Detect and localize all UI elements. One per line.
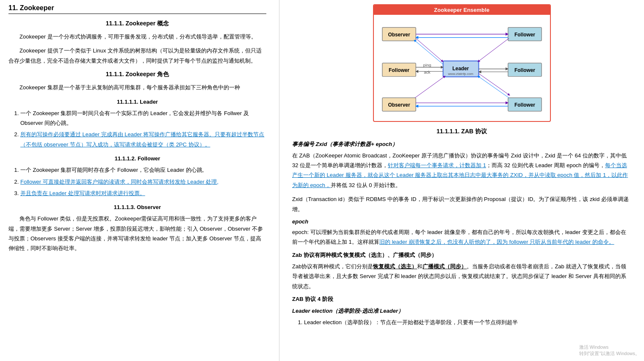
leader-election-list: Leader election（选举阶段）：节点在一开始都处于选举阶段，只要有一…	[304, 317, 631, 327]
svg-text:Follower: Follower	[389, 67, 409, 73]
svg-text:Observer: Observer	[388, 102, 410, 108]
zab-modes-para: Zab协议有两种模式，它们分别是恢复模式（选主）和广播模式（同步）。当服务启动或…	[292, 262, 631, 291]
svg-line-23	[416, 39, 443, 62]
diagram-title: Zookeeper Ensemble	[374, 5, 550, 15]
svg-text:Follower: Follower	[514, 67, 535, 73]
svg-text:Observer: Observer	[388, 32, 410, 38]
svg-text:Follower: Follower	[514, 102, 535, 108]
epoch-para: epoch: 可以理解为当前集群所处的年代或者周期，每个 leader 就像皇帝…	[292, 227, 631, 247]
zxid-heading: 事务编号 Zxid（事务请求计数器+ epoch）	[292, 141, 631, 148]
svg-line-24	[414, 40, 443, 64]
section1-title: 11.1.1. Zookeeper 概念	[8, 20, 266, 28]
section1-para2: Zookeeper 提供了一个类似于 Linux 文件系统的树形结构（可以为是轻…	[8, 46, 266, 66]
leader-list: 一个 Zookeeper 集群同一时间只会有一个实际工作的 Leader，它会发…	[20, 108, 266, 150]
subsection1-title: 11.1.1.1. Leader	[8, 99, 266, 105]
right-panel: Zookeeper Ensemble Observer Follower Fol…	[279, 0, 644, 361]
svg-line-28	[415, 76, 445, 98]
left-panel: 11. Zookeeper 11.1.1. Zookeeper 概念 Zooke…	[0, 0, 279, 361]
svg-text:www.ztatnfp.com: www.ztatnfp.com	[448, 72, 473, 76]
activate-windows: 激活 Windows转到"设置"以激活 Windows。	[579, 344, 640, 357]
zxid-para1: 在 ZAB（ZooKeeper Atomic Broadcast，ZooKeep…	[292, 151, 631, 190]
subsection2-title: 11.1.1.2. Follower	[8, 155, 266, 162]
svg-line-29	[478, 76, 509, 98]
section1-para1: Zookeeper 是一个分布式协调服务，可用于服务发现，分布式锁，分布式领导选…	[8, 32, 266, 41]
follower-list: 一个 Zookeeper 集群可能同时存在多个 Follower，它会响应 Le…	[20, 165, 266, 198]
leader-item-2: 所有的写操作必须要通过 Leader 完成再由 Leader 将写操作广播给其它…	[20, 130, 266, 149]
follower-item-2: Follower 可直接处理并返回客户端的读请求，同时会将写请求转发给 Lead…	[20, 177, 266, 187]
follower-item-3: 并且负责在 Leader 处理写请求时对请求进行投票。	[20, 188, 266, 198]
ensemble-diagram: Zookeeper Ensemble Observer Follower Fol…	[373, 4, 551, 122]
section2-title: 11.1.1. Zookeeper 角色	[8, 71, 266, 78]
follower-item-1: 一个 Zookeeper 集群可能同时存在多个 Follower，它会响应 Le…	[20, 165, 266, 175]
ensemble-svg: Observer Follower Follower Leader www.zt…	[378, 19, 546, 116]
epoch-heading: epoch	[292, 218, 631, 225]
svg-line-25	[478, 39, 509, 62]
svg-text:ack: ack	[424, 70, 430, 74]
leader-item-1: 一个 Zookeeper 集群同一时间只会有一个实际工作的 Leader，它会发…	[20, 108, 266, 128]
svg-text:ping: ping	[423, 63, 431, 67]
right-section-title: 11.1.1.1. ZAB 协议	[292, 128, 631, 135]
leader-election-item1: Leader election（选举阶段）：节点在一开始都处于选举阶段，只要有一…	[304, 317, 631, 327]
svg-text:Follower: Follower	[514, 32, 535, 38]
zab-modes-heading: Zab 协议有两种模式 恢复模式（选主）、广播模式（同步）	[292, 251, 631, 259]
subsection3-title: 11.1.1.3. Observer	[8, 204, 266, 210]
svg-text:Leader: Leader	[452, 66, 469, 72]
chapter-title: 11. Zookeeper	[8, 4, 266, 14]
svg-line-30	[478, 74, 509, 95]
section2-para1: Zookeeper 集群是一个基于主从复制的高可用集群，每个服务器承担如下三种角…	[8, 83, 266, 92]
observer-para: 角色与 Follower 类似，但是无投票权。Zookeeper需保证高可用和强…	[8, 214, 266, 254]
zab-4phases-heading: ZAB 协议 4 阶段	[292, 295, 631, 303]
leader-election-subheading: Leader election（选举阶段-选出准 Leader）	[292, 307, 631, 315]
zxid-para2: Zxid（Transaction id）类似于 RDBMS 中的事务 ID，用于…	[292, 194, 631, 214]
